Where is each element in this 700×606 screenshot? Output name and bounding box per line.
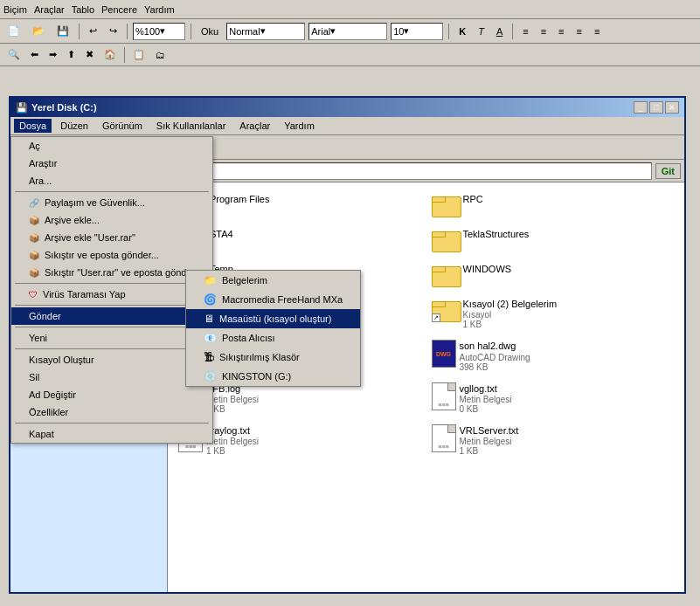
underline-btn[interactable]: A xyxy=(492,24,507,39)
share-icon: 🔗 xyxy=(29,198,39,208)
menu-bicim[interactable]: Biçim xyxy=(3,4,27,15)
menu-sil[interactable]: Sil xyxy=(11,368,212,386)
align-right-btn[interactable]: ≡ xyxy=(554,24,568,39)
sep-3 xyxy=(15,305,209,306)
tb2-btn3[interactable]: ➡ xyxy=(45,46,61,63)
submenu-belgelerim[interactable]: 📁 Belgelerim xyxy=(186,271,360,290)
file-name: Kısayol (2) Belgelerim xyxy=(463,298,558,310)
wmenu-dosya[interactable]: Dosya xyxy=(14,119,52,133)
toolbar-btn-new[interactable]: 📄 xyxy=(3,23,24,39)
list-btn[interactable]: ≡ xyxy=(590,24,604,39)
menu-ac[interactable]: Aç xyxy=(11,137,212,155)
menu-arsive[interactable]: 📦 Arşive ekle... xyxy=(11,211,212,229)
dwg-icon: DWG xyxy=(432,340,456,368)
submenu-kingston[interactable]: 💿 KINGSTON (G:) xyxy=(186,367,360,386)
read-btn[interactable]: Oku xyxy=(197,24,223,39)
menu-arsive-user[interactable]: 📦 Arşive ekle "User.rar" xyxy=(11,229,212,246)
menu-ara[interactable]: Ara... xyxy=(11,172,212,189)
menu-sikistir-eposta[interactable]: 📦 Sıkıştır ve eposta gönder... xyxy=(11,246,212,264)
file-size: 1 KB xyxy=(206,446,259,456)
file-name: TeklaStructures xyxy=(463,228,530,240)
submenu-posta[interactable]: 📧 Posta Alıcısı xyxy=(186,328,360,348)
submenu-sikistir-klasor[interactable]: 🗜 Sıkıştırılmış Klasör xyxy=(186,348,360,367)
file-name: vgllog.txt xyxy=(460,382,512,395)
font-dropdown[interactable]: Arial▾ xyxy=(308,23,387,40)
menu-virus[interactable]: 🛡 Virüs Taraması Yap xyxy=(11,286,212,303)
list-item[interactable]: WINDOWS xyxy=(428,259,678,291)
zoom-dropdown[interactable]: %100▾ xyxy=(133,23,185,40)
file-meta: Metin Belgesi xyxy=(206,395,259,404)
sep2 xyxy=(127,24,128,39)
list-item[interactable]: DWG son hal2.dwg AutoCAD Drawing 398 KB xyxy=(428,336,678,375)
toolbar-btn-undo[interactable]: ↩ xyxy=(85,23,101,39)
list-item[interactable]: TeklaStructures xyxy=(428,224,678,256)
tb2-btn2[interactable]: ⬅ xyxy=(26,46,43,63)
menu-paylasim[interactable]: 🔗 Paylaşım ve Güvenlik... xyxy=(11,194,212,211)
toolbar-row1: 📄 📂 💾 ↩ ↪ %100▾ Oku Normal▾ Arial▾ 10▾ K… xyxy=(0,19,700,44)
folder-icon xyxy=(432,263,460,287)
file-meta: Metin Belgesi xyxy=(460,437,519,446)
window-titlebar: 💾 Yerel Disk (C:) _ □ ✕ xyxy=(10,98,684,117)
tb2-btn7[interactable]: 📋 xyxy=(128,46,149,63)
wmenu-duzen[interactable]: Düzen xyxy=(55,119,94,133)
toolbar-btn-save[interactable]: 💾 xyxy=(52,23,73,39)
folder-icon xyxy=(432,193,460,217)
menu-tablo[interactable]: Tablo xyxy=(72,4,94,15)
menu-ozellikler[interactable]: Özellikler xyxy=(11,403,212,421)
align-center-btn[interactable]: ≡ xyxy=(537,24,551,39)
submenu-freehand[interactable]: 🌀 Macromedia FreeHand MXa xyxy=(186,290,360,309)
desktop-icon: 🖥 xyxy=(204,313,214,325)
archive2-icon: 📦 xyxy=(29,233,39,243)
gonder-submenu: 📁 Belgelerim 🌀 Macromedia FreeHand MXa 🖥… xyxy=(185,270,361,387)
menu-sikistir-user[interactable]: 📦 Sıkıştır "User.rar" ve eposta gönder xyxy=(11,264,212,281)
size-dropdown[interactable]: 10▾ xyxy=(391,23,443,40)
menu-ad-degistir[interactable]: Ad Değiştir xyxy=(11,386,212,403)
justify-btn[interactable]: ≡ xyxy=(572,24,586,39)
list-item[interactable]: ↗ Kısayol (2) Belgelerim Kısayol 1 KB xyxy=(428,294,678,333)
toolbar-btn-open[interactable]: 📂 xyxy=(28,23,49,39)
explorer-window: 💾 Yerel Disk (C:) _ □ ✕ Dosya Düzen Görü… xyxy=(9,96,686,594)
sep-6 xyxy=(15,423,209,424)
file-name: RPC xyxy=(463,193,483,205)
style-dropdown[interactable]: Normal▾ xyxy=(226,23,305,40)
file-size: 398 KB xyxy=(460,362,530,372)
zip2-icon: 📦 xyxy=(29,268,39,278)
file-name: son hal2.dwg xyxy=(460,340,530,352)
minimize-btn[interactable]: _ xyxy=(634,101,648,114)
menu-arastir[interactable]: Araştır xyxy=(11,155,212,172)
wmenu-araclar[interactable]: Araçlar xyxy=(234,119,275,133)
maximize-btn[interactable]: □ xyxy=(649,101,663,114)
wmenu-gorunum[interactable]: Görünüm xyxy=(97,119,148,133)
list-item[interactable]: ≡≡≡ vgllog.txt Metin Belgesi 0 KB xyxy=(428,379,678,417)
tb2-btn1[interactable]: 🔍 xyxy=(3,46,24,63)
italic-btn[interactable]: T xyxy=(474,24,489,39)
menu-gonder[interactable]: Gönder ▶ xyxy=(11,307,212,325)
tb2-btn4[interactable]: ⬆ xyxy=(63,46,80,63)
close-btn[interactable]: ✕ xyxy=(665,101,679,114)
app-menubar: Biçim Araçlar Tablo Pencere Yardım xyxy=(0,0,700,19)
tb2-btn8[interactable]: 🗂 xyxy=(151,47,170,63)
menu-kapat[interactable]: Kapat xyxy=(11,425,212,443)
sep5 xyxy=(512,24,513,39)
wmenu-yardim[interactable]: Yardım xyxy=(279,119,320,133)
menu-kisayol-olustur[interactable]: Kısayol Oluştur xyxy=(11,351,212,368)
sep-1 xyxy=(15,191,209,192)
menu-yardim[interactable]: Yardım xyxy=(144,4,175,15)
tb2-btn6[interactable]: 🏠 xyxy=(100,46,121,63)
mail-icon: 📧 xyxy=(204,332,217,344)
submenu-masaustu[interactable]: 🖥 Masaüstü (kısayol oluştur) xyxy=(186,309,360,328)
wmenu-sik[interactable]: Sık Kullanılanlar xyxy=(151,119,232,133)
tb2-btn5[interactable]: ✖ xyxy=(81,46,98,63)
file-meta: AutoCAD Drawing xyxy=(460,353,530,362)
file-name: Program Files xyxy=(210,193,269,205)
bold-btn[interactable]: K xyxy=(454,24,470,39)
menu-pencere[interactable]: Pencere xyxy=(101,4,137,15)
menu-yeni[interactable]: Yeni ▶ xyxy=(11,329,212,347)
list-item[interactable]: RPC xyxy=(428,189,678,221)
file-size: 1 KB xyxy=(463,320,558,329)
list-item[interactable]: ≡≡≡ VRLServer.txt Metin Belgesi 1 KB xyxy=(428,421,678,459)
go-button[interactable]: Git xyxy=(655,163,681,179)
menu-araclar[interactable]: Araçlar xyxy=(34,4,65,15)
align-left-btn[interactable]: ≡ xyxy=(518,24,532,39)
toolbar-btn-redo[interactable]: ↪ xyxy=(105,23,121,39)
